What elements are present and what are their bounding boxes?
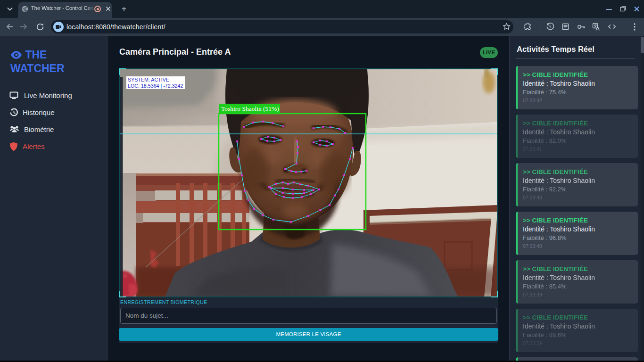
svg-text:Toshiro Shaolin (51%): Toshiro Shaolin (51%) — [221, 105, 279, 112]
svg-text:LOC: 18.5364 | -72.3242: LOC: 18.5364 | -72.3242 — [128, 83, 183, 89]
svg-text:SYSTEM: ACTIVE: SYSTEM: ACTIVE — [128, 77, 169, 82]
